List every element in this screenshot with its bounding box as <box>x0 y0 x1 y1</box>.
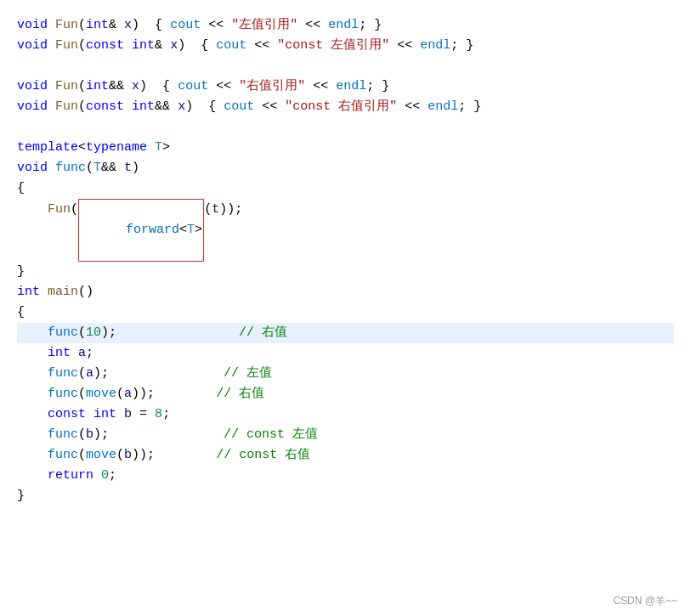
param-x-1: x <box>124 15 132 36</box>
code-line-22: } <box>17 486 674 506</box>
fn-cout-1: cout <box>170 15 201 36</box>
code-line-7: template < typename T > <box>17 138 674 158</box>
code-line-8: void func ( T && t ) <box>17 158 674 178</box>
keyword-void-1: void <box>17 15 48 36</box>
fn-Fun-1: Fun <box>55 15 78 36</box>
code-line-9: { <box>17 178 674 199</box>
code-container: void Fun ( int & x ) { cout << "左值引用" <<… <box>0 0 691 540</box>
fn-endl-1: endl <box>328 15 359 36</box>
code-line-1: void Fun ( int & x ) { cout << "左值引用" <<… <box>17 15 674 36</box>
code-line-15: int a ; <box>17 343 674 364</box>
code-line-21: return 0 ; <box>17 466 674 486</box>
code-line-12: int main () <box>17 282 674 302</box>
code-line-14: func ( 10 ); // 右值 <box>17 323 674 343</box>
code-line-17: func ( move ( a )); // 右值 <box>17 384 674 404</box>
code-line-5: void Fun ( const int && x ) { cout << "c… <box>17 97 674 117</box>
code-line-20: func ( move ( b )); // const 右值 <box>17 445 674 466</box>
footer-label: CSDN @羊~~ <box>613 593 677 609</box>
str-left-1: "左值引用" <box>231 15 297 36</box>
code-line-6 <box>17 117 674 138</box>
code-line-4: void Fun ( int && x ) { cout << "右值引用" <… <box>17 76 674 97</box>
keyword-int-1: int <box>86 15 109 36</box>
code-line-13: { <box>17 302 674 323</box>
code-line-16: func ( a ); // 左值 <box>17 364 674 384</box>
code-line-19: func ( b ); // const 左值 <box>17 425 674 445</box>
code-line-18: const int b = 8 ; <box>17 404 674 425</box>
forward-highlight: forward<T> <box>78 199 204 262</box>
code-line-2: void Fun ( const int & x ) { cout << "co… <box>17 36 674 56</box>
code-line-10: Fun ( forward<T> ( t )); <box>17 199 674 262</box>
code-line-11: } <box>17 262 674 282</box>
code-line-3 <box>17 56 674 76</box>
